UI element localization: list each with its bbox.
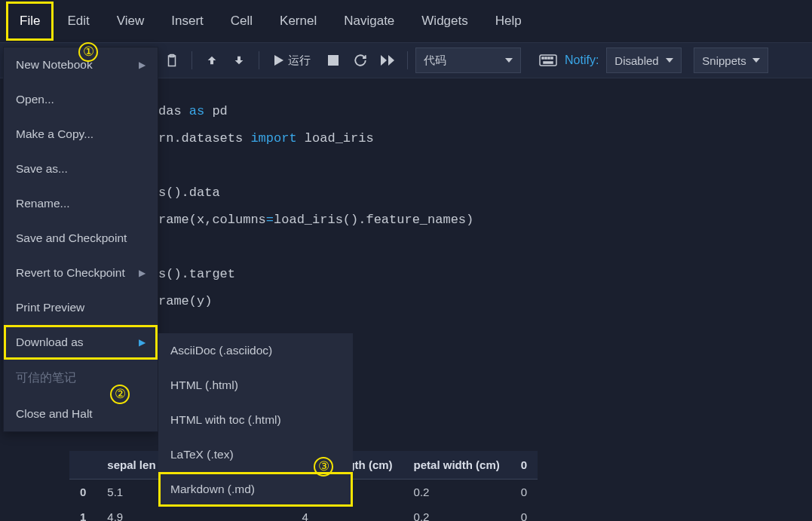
svg-rect-6 (551, 57, 553, 59)
menu-item-label: Print Preview (16, 301, 84, 314)
notify-dropdown[interactable]: Disabled (606, 48, 682, 73)
code-line: rame(x,columns=load_iris().feature_names… (158, 207, 473, 234)
notify-label: Notify: (565, 54, 599, 67)
submenu-item-label: Markdown (.md) (170, 483, 255, 495)
submenu-arrow-icon: ▶ (139, 268, 146, 278)
menu-print-preview[interactable]: Print Preview (4, 290, 158, 325)
menu-item-label: Save and Checkpoint (16, 231, 127, 245)
code-cell: das as pd rn.datasets import load_iris s… (158, 98, 473, 315)
toolbar-separator (259, 51, 259, 69)
menu-help[interactable]: Help (482, 2, 535, 41)
menu-navigate[interactable]: Navigate (330, 2, 408, 41)
svg-rect-7 (544, 62, 553, 63)
download-asciidoc[interactable]: AsciiDoc (.asciidoc) (158, 333, 353, 368)
menu-item-label: Open... (16, 93, 54, 106)
submenu-item-label: AsciiDoc (.asciidoc) (170, 344, 272, 357)
annotation-2: ② (110, 383, 130, 404)
svg-rect-1 (328, 55, 339, 66)
code-line: das as pd (158, 98, 473, 125)
notify-value: Disabled (614, 54, 658, 67)
menu-revert-checkpoint[interactable]: Revert to Checkpoint ▶ (4, 256, 158, 290)
menu-insert[interactable]: Insert (158, 2, 217, 41)
move-down-button[interactable] (227, 48, 251, 72)
chevron-down-icon (752, 58, 760, 63)
table-cell: 0 (510, 480, 538, 505)
menu-open[interactable]: Open... (4, 82, 158, 117)
code-line: rame(y) (158, 288, 473, 315)
table-cell: 0.2 (403, 480, 510, 505)
svg-rect-2 (540, 55, 556, 66)
menu-cell[interactable]: Cell (217, 2, 266, 41)
download-markdown[interactable]: Markdown (.md) (158, 472, 353, 507)
menu-save-as[interactable]: Save as... (4, 152, 158, 186)
download-as-submenu: AsciiDoc (.asciidoc) HTML (.html) HTML w… (158, 333, 353, 507)
code-line (158, 152, 473, 179)
chevron-down-icon (666, 58, 673, 63)
menu-rename[interactable]: Rename... (4, 186, 158, 221)
menu-item-label: 可信的笔记 (16, 370, 76, 386)
paste-button[interactable] (160, 48, 184, 72)
chevron-down-icon (505, 58, 513, 63)
submenu-item-label: HTML (.html) (170, 378, 238, 391)
table-header: sepal len (97, 451, 166, 480)
menu-item-label: Rename... (16, 197, 70, 210)
celltype-value: 代码 (424, 54, 446, 68)
table-cell: 1 (69, 504, 97, 521)
snippets-label: Snippets (702, 54, 746, 67)
table-cell: 0 (510, 504, 538, 521)
menu-save-checkpoint[interactable]: Save and Checkpoint (4, 221, 158, 256)
table-row: 1 4.9 4 0.2 0 (69, 504, 538, 521)
submenu-arrow-icon: ▶ (139, 337, 146, 348)
menu-close-halt[interactable]: Close and Halt (4, 397, 158, 431)
menu-trusted-notebook: 可信的笔记 (4, 360, 158, 397)
toolbar-separator (192, 51, 192, 69)
table-cell: 4 (167, 504, 403, 521)
table-header: petal width (cm) (403, 451, 510, 480)
move-up-button[interactable] (200, 48, 224, 72)
menubar: File Edit View Insert Cell Kernel Naviga… (0, 0, 812, 42)
menu-widgets[interactable]: Widgets (408, 2, 481, 41)
menu-item-label: Make a Copy... (16, 127, 93, 141)
toolbar-separator (407, 51, 408, 69)
snippets-dropdown[interactable]: Snippets (694, 48, 768, 73)
svg-rect-5 (548, 57, 550, 59)
code-line: rn.datasets import load_iris (158, 125, 473, 152)
run-label: 运行 (288, 54, 311, 68)
menu-file[interactable]: File (6, 2, 54, 41)
celltype-dropdown[interactable]: 代码 (415, 48, 521, 73)
notify-group: Notify: Disabled (539, 48, 682, 73)
table-header: 0 (510, 451, 538, 480)
code-line (158, 234, 473, 261)
download-html[interactable]: HTML (.html) (158, 368, 353, 403)
menu-view[interactable]: View (103, 2, 158, 41)
table-cell: 0 (69, 480, 97, 505)
code-line: s().data (158, 179, 473, 207)
file-menu: New Notebook ▶ Open... Make a Copy... Sa… (3, 47, 158, 432)
table-cell: 4.9 (97, 504, 166, 521)
menu-item-label: Save as... (16, 162, 68, 176)
stop-button[interactable] (321, 48, 345, 72)
table-header (69, 451, 97, 480)
menu-make-copy[interactable]: Make a Copy... (4, 117, 158, 152)
svg-rect-3 (542, 57, 544, 59)
svg-rect-4 (545, 57, 547, 59)
restart-button[interactable] (348, 48, 372, 72)
run-button[interactable]: 运行 (267, 48, 318, 72)
code-line: s().target (158, 261, 473, 288)
menu-edit[interactable]: Edit (54, 2, 103, 41)
table-cell: 5.1 (97, 480, 166, 505)
keyboard-icon[interactable] (539, 54, 557, 66)
annotation-3: ③ (314, 455, 333, 477)
annotation-1: ① (78, 41, 98, 62)
download-html-toc[interactable]: HTML with toc (.html) (158, 403, 353, 437)
menu-item-label: Revert to Checkpoint (16, 266, 125, 280)
menu-kernel[interactable]: Kernel (266, 2, 330, 41)
submenu-item-label: LaTeX (.tex) (170, 448, 234, 461)
submenu-item-label: HTML with toc (.html) (170, 413, 281, 426)
menu-download-as[interactable]: Download as ▶ (4, 325, 158, 360)
menu-item-label: Close and Halt (16, 407, 93, 421)
play-icon (274, 55, 283, 66)
fast-forward-button[interactable] (375, 48, 400, 72)
menu-item-label: Download as (16, 336, 84, 349)
submenu-arrow-icon: ▶ (139, 60, 146, 70)
